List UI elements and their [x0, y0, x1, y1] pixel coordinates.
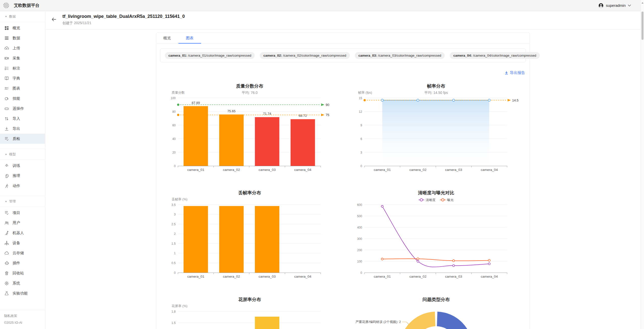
sidebar-item-train[interactable]: 训练	[0, 161, 45, 171]
sidebar-item-users[interactable]: 用户	[0, 218, 45, 228]
camera-tag-name: camera_03:	[358, 54, 377, 57]
sidebar-section-label: 数据	[9, 14, 16, 19]
svg-text:0: 0	[174, 271, 176, 275]
chart-title: 问题类型分布	[423, 297, 450, 302]
svg-text:camera_02: camera_02	[409, 275, 427, 278]
sidebar-item-experiment[interactable]: 实验功能	[0, 288, 45, 298]
sidebar-item-label: 导入	[13, 116, 20, 121]
tab-overview[interactable]: 概览	[163, 32, 171, 43]
charts-icon	[4, 86, 9, 91]
camera-tag-name: camera_04:	[453, 54, 472, 57]
sidebar-item-import[interactable]: 导入	[0, 114, 45, 124]
sidebar-item-label: 数据	[13, 36, 20, 41]
sidebar-item-system[interactable]: 系统	[0, 278, 45, 288]
train-icon	[4, 163, 9, 168]
svg-text:2: 2	[174, 232, 176, 236]
teleop-icon	[4, 106, 9, 111]
device-icon	[4, 241, 9, 245]
svg-text:1: 1	[174, 251, 176, 255]
sidebar-item-project[interactable]: 项目	[0, 208, 45, 218]
sidebar-item-plugin[interactable]: 插件	[0, 258, 45, 268]
svg-text:1.8: 1.8	[171, 310, 176, 313]
svg-text:清晰度: 清晰度	[426, 198, 436, 202]
chart-y-axis-name: 花屏率 (%)	[171, 304, 187, 308]
import-icon	[4, 116, 9, 121]
sidebar-item-action[interactable]: 动作	[0, 181, 45, 191]
svg-text:0: 0	[361, 271, 362, 275]
sidebar-section-data[interactable]: ▾数据	[0, 11, 45, 22]
page-scrollbar[interactable]	[640, 0, 644, 329]
sidebar-section-admin[interactable]: ▾管理	[0, 196, 45, 207]
scrollbar-thumb[interactable]	[641, 12, 643, 40]
camera-tag: camera_04: /camera_04/color/image_raw/co…	[450, 52, 540, 59]
svg-text:80: 80	[172, 110, 176, 114]
svg-text:100: 100	[171, 96, 176, 100]
chart-subtitle: 平均: 14.50 fps	[425, 91, 448, 95]
svg-text:2.5: 2.5	[171, 223, 176, 226]
sidebar: ▾数据概览数据上传采集标注字典图表技能遥操作导入导出质检▾模型训练推理动作▾管理…	[0, 11, 45, 329]
chart-framerate-distribution: 帧率分布平均: 14.50 fps帧率 (fps)03691215camera_…	[351, 81, 522, 188]
privacy-policy-link[interactable]: 隐私政策	[4, 314, 41, 318]
svg-text:20: 20	[172, 151, 176, 154]
sidebar-item-robot[interactable]: 机器人	[0, 228, 45, 238]
page-created-date: 创建于 2025/11/21	[62, 21, 185, 25]
chart-droprate-distribution: 丢帧率分布丢帧率 (%)00.511.522.533.5camera_01cam…	[164, 188, 335, 294]
sidebar-item-recycle[interactable]: 回收站	[0, 268, 45, 278]
sidebar-item-cloud[interactable]: 云存储	[0, 248, 45, 258]
tab-charts[interactable]: 图表	[186, 32, 194, 43]
main-content: tf_livingroom_wipe_table_DualArxR5a_2511…	[45, 11, 640, 329]
chart-title: 帧率分布	[427, 84, 445, 89]
svg-text:1.5: 1.5	[171, 321, 176, 325]
user-menu[interactable]: superadmin	[598, 3, 631, 8]
sidebar-item-overview[interactable]: 概览	[0, 23, 45, 33]
users-icon	[4, 221, 9, 225]
app-title: 艾欧数据平台	[14, 3, 40, 8]
sidebar-item-teleop[interactable]: 遥操作	[0, 103, 45, 114]
collapse-arrow-icon: ▾	[5, 200, 7, 203]
sidebar-item-label: 用户	[13, 221, 20, 225]
chart-title: 质量分数分布	[236, 84, 263, 89]
upload-icon	[4, 46, 9, 51]
sidebar-item-inference[interactable]: 推理	[0, 171, 45, 181]
svg-text:camera_01: camera_01	[187, 275, 204, 278]
camera-tag: camera_02: /camera_02/color/image_raw/co…	[260, 52, 350, 59]
svg-text:87.89: 87.89	[192, 101, 200, 105]
sidebar-item-charts[interactable]: 图表	[0, 83, 45, 93]
camera-tag-name: camera_01:	[168, 54, 187, 57]
skills-icon	[4, 96, 9, 101]
svg-text:200: 200	[357, 248, 362, 252]
svg-text:camera_04: camera_04	[294, 275, 311, 278]
page-title: tf_livingroom_wipe_table_DualArxR5a_2511…	[62, 14, 185, 19]
sidebar-item-dictionary[interactable]: 字典	[0, 73, 45, 83]
svg-text:300: 300	[357, 237, 362, 241]
sidebar-item-export[interactable]: 导出	[0, 124, 45, 134]
back-button[interactable]	[51, 16, 57, 22]
sidebar-section-model[interactable]: ▾模型	[0, 149, 45, 160]
camera-tag-name: camera_02:	[263, 54, 282, 57]
sidebar-item-label: 机器人	[13, 231, 24, 235]
export-report-button[interactable]: 导出报告	[505, 70, 525, 75]
back-arrow-icon	[51, 16, 57, 22]
svg-text:75: 75	[326, 113, 329, 117]
sidebar-item-skills[interactable]: 技能	[0, 93, 45, 103]
user-avatar-icon	[598, 3, 604, 8]
content-card: 概览图表 camera_01: /camera_01/color/image_r…	[156, 32, 530, 329]
sidebar-item-label: 训练	[13, 163, 20, 168]
sidebar-item-data[interactable]: 数据	[0, 33, 45, 43]
chart-issue-type-distribution: 问题类型分布严重花屏/编码错误 (2个视频): 2	[351, 294, 522, 329]
sidebar-item-upload[interactable]: 上传	[0, 43, 45, 53]
sidebar-item-collect[interactable]: 采集	[0, 53, 45, 63]
svg-text:camera_01: camera_01	[374, 168, 391, 172]
sidebar-item-label: 项目	[13, 210, 20, 215]
sidebar-item-annotate[interactable]: 标注	[0, 63, 45, 73]
sidebar-item-qc[interactable]: 质检	[0, 134, 45, 144]
svg-text:camera_03: camera_03	[445, 275, 462, 278]
sidebar-item-device[interactable]: 设备	[0, 238, 45, 248]
sidebar-footer: 隐私政策 ©2025 IO-AI	[0, 310, 45, 329]
overview-icon	[4, 26, 9, 30]
project-icon	[4, 210, 9, 215]
scrollbar-up-arrow[interactable]	[641, 1, 643, 4]
sidebar-section-label: 管理	[9, 199, 16, 204]
sidebar-item-label: 系统	[13, 281, 20, 286]
svg-text:camera_02: camera_02	[223, 168, 240, 172]
